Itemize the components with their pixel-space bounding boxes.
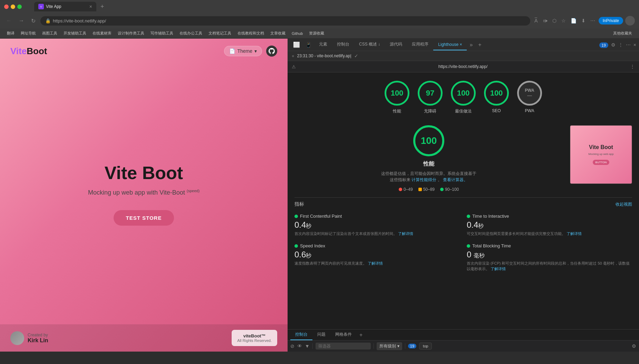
download-icon[interactable]: ⬇ (580, 17, 587, 25)
devtools-dock-icon[interactable]: ⋮ (618, 42, 623, 48)
maximize-button[interactable] (17, 4, 22, 9)
devtools-inspect-icon[interactable]: ⬜ (290, 40, 303, 49)
legend-orange-dot (418, 188, 422, 191)
inprivate-button[interactable]: InPrivate (599, 17, 623, 24)
console-level-select[interactable]: 所有级别 ▾ (377, 342, 402, 350)
devtools-device-icon[interactable]: 📱 (303, 41, 314, 49)
console-tab-add[interactable]: + (357, 331, 365, 340)
devtools-settings-icon[interactable]: ⚙ (611, 42, 616, 48)
new-tab-button[interactable]: + (99, 2, 106, 12)
console-filter-input[interactable] (316, 343, 371, 350)
lh-screenshot: Vite Boot Mocking up web app BUTTON (570, 125, 632, 192)
screenshot-content: Vite Boot Mocking up web app BUTTON (588, 144, 613, 165)
github-button[interactable] (266, 46, 277, 57)
score-circle-pwa: PWA— (517, 81, 542, 106)
more-icon[interactable]: ⋮ (630, 64, 635, 69)
metric-fcp-status: First Contentful Paint (294, 214, 460, 219)
tti-learn-link[interactable]: 了解详情 (567, 232, 582, 236)
devtools-close-icon[interactable]: × (633, 42, 636, 48)
tab-application[interactable]: 应用程序 (407, 39, 433, 51)
console-tabs: 控制台 问题 网格条件 + (288, 329, 639, 341)
console-eye-icon[interactable]: 👁 (297, 343, 302, 349)
tab-console[interactable]: 控制台 (332, 39, 354, 51)
si-learn-link[interactable]: 了解详情 (368, 261, 383, 265)
test-store-button[interactable]: TEST STORE (114, 210, 174, 226)
bookmark-dev[interactable]: 开发辅助工具 (61, 30, 89, 37)
tab-sources[interactable]: 源代码 (385, 39, 407, 51)
score-label-performance: 性能 (393, 108, 401, 114)
collapse-view-button[interactable]: 收起视图 (616, 201, 632, 207)
metric-tbt-value: 0 毫秒 (467, 250, 632, 259)
back-button[interactable]: ← (4, 16, 14, 25)
bookmark-resources[interactable]: 资源收藏 (306, 30, 327, 37)
footer-author-info: Created by Kirk Lin (28, 333, 48, 344)
tab-more[interactable]: » (467, 40, 475, 49)
metric-si-desc: 速度指数表明了网页内容的可见填充速度。 了解详情 (294, 261, 460, 266)
console-separator (312, 343, 313, 349)
top-button[interactable]: top (419, 343, 432, 350)
minimize-button[interactable] (11, 4, 15, 9)
score-pwa: PWA— PWA (517, 81, 542, 114)
site-main: Vite Boot Mocking up web app with Vite-B… (0, 63, 288, 324)
devtools-more-icon[interactable]: ⋯ (626, 42, 631, 48)
site-header: ViteBoot 📄 Theme ▾ (0, 39, 288, 63)
address-bar[interactable]: 🔒 https://vite-boot.netlify.app/ (40, 16, 530, 26)
bookmark-design[interactable]: 设计制作类工具 (115, 30, 147, 37)
console-tab-console[interactable]: 控制台 (290, 329, 312, 340)
browser-tab[interactable]: V Vite App × (34, 2, 96, 11)
theme-button[interactable]: 📄 Theme ▾ (224, 46, 262, 56)
console-settings-icon[interactable]: ⚙ (632, 343, 636, 349)
close-button[interactable] (4, 4, 9, 9)
translate-icon[interactable]: A̅ (533, 17, 539, 25)
hero-subtitle-text: Mocking up web app with Vite-Boot (88, 189, 185, 196)
bookmark-nav[interactable]: 网址导航 (18, 30, 39, 37)
console-prohibit-icon[interactable]: ⊘ (290, 343, 294, 349)
bookmark-materials[interactable]: 在线素材库 (90, 30, 114, 37)
devtools-tabs-bar: ⬜ 📱 元素 控制台 CSS 概述 ↓ 源代码 应用程序 Lighthouse … (288, 39, 639, 51)
bookmark-articles[interactable]: 文章收藏 (268, 30, 288, 37)
bookmark-tutorials[interactable]: 在线教程和文档 (235, 30, 267, 37)
lh-calc2-link[interactable]: 查看计算器。 (443, 177, 468, 182)
metric-tbt-desc: 首次内容渲染 (FCP) 和可交互时间之间的所有时间段的总和，当任务用时超过 5… (467, 261, 632, 272)
tab-title: Vite App (46, 4, 87, 9)
lh-calc-link[interactable]: 计算性能得分 (412, 177, 436, 182)
console-toolbar: ⊘ 👁 ▼ 所有级别 ▾ 19 top ⚙ (288, 341, 639, 352)
bookmark-writing[interactable]: 写作辅助工具 (148, 30, 176, 37)
tab-lighthouse[interactable]: Lighthouse × (433, 39, 467, 50)
bookmark-github[interactable]: Github (289, 31, 306, 36)
favorites-icon[interactable]: ☆ (560, 17, 567, 25)
bookmark-others[interactable]: 其他收藏夹 (610, 30, 635, 37)
tab-css[interactable]: CSS 概述 ↓ (354, 39, 385, 51)
legend-green-dot (440, 188, 444, 191)
bookmark-drawing[interactable]: 画图工具 (39, 30, 60, 37)
extensions-icon[interactable]: ⬡ (551, 17, 558, 25)
bookmark-office[interactable]: 在线办公工具 (177, 30, 205, 37)
tbt-learn-link[interactable]: 了解详情 (491, 267, 506, 271)
read-aloud-icon[interactable]: 🕪 (541, 17, 549, 25)
bookmark-docs[interactable]: 文档笔记工具 (206, 30, 234, 37)
lh-legend: 0–49 50–89 90–100 (399, 187, 459, 192)
settings-icon[interactable]: ⋯ (589, 17, 597, 25)
bookmark-translate[interactable]: 翻译 (4, 30, 17, 37)
console-filter-icon[interactable]: ▼ (305, 343, 310, 349)
nav-bar: ← → ↻ 🔒 https://vite-boot.netlify.app/ A… (0, 13, 639, 28)
hero-subtitle-sup: (speed) (187, 189, 200, 193)
screenshot-mini-btn: BUTTON (593, 160, 610, 165)
console-tab-network[interactable]: 网格条件 (330, 329, 357, 340)
lh-url-text: https://vite-boot.netlify.app/ (438, 64, 488, 69)
tab-close-button[interactable]: × (89, 4, 92, 9)
hero-subtitle: Mocking up web app with Vite-Boot (speed… (88, 189, 200, 196)
title-bar: V Vite App × + (0, 0, 639, 13)
check-icon: ✓ (354, 53, 358, 59)
score-best-practices: 100 最佳做法 (451, 81, 476, 114)
profile-avatar[interactable] (625, 16, 635, 26)
metrics-section-header: 指标 收起视图 (294, 197, 632, 211)
tab-elements[interactable]: 元素 (314, 39, 332, 51)
console-tab-issues[interactable]: 问题 (312, 329, 330, 340)
collections-icon[interactable]: 📄 (569, 17, 578, 25)
tab-add[interactable]: + (475, 40, 484, 49)
forward-button[interactable]: → (17, 16, 26, 25)
metric-si-status: Speed Index (294, 243, 460, 248)
fcp-learn-link[interactable]: 了解详情 (398, 232, 413, 236)
refresh-button[interactable]: ↻ (29, 16, 38, 26)
